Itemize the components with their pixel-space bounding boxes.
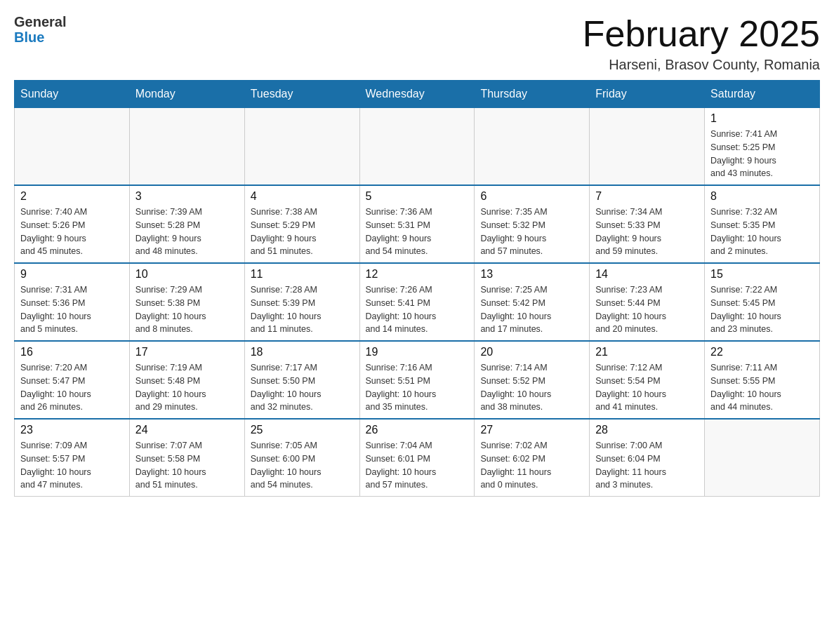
calendar-cell: 7Sunrise: 7:34 AM Sunset: 5:33 PM Daylig…: [590, 185, 705, 263]
calendar-cell: [705, 419, 820, 497]
header-monday: Monday: [129, 81, 244, 108]
day-number: 9: [20, 268, 124, 281]
day-info: Sunrise: 7:22 AM Sunset: 5:45 PM Dayligh…: [710, 283, 814, 336]
day-number: 28: [595, 424, 699, 436]
calendar-cell: 25Sunrise: 7:05 AM Sunset: 6:00 PM Dayli…: [244, 419, 359, 497]
calendar-cell: 21Sunrise: 7:12 AM Sunset: 5:54 PM Dayli…: [590, 341, 705, 419]
day-number: 17: [135, 346, 239, 358]
header-friday: Friday: [590, 81, 705, 108]
calendar-cell: 2Sunrise: 7:40 AM Sunset: 5:26 PM Daylig…: [15, 185, 130, 263]
day-info: Sunrise: 7:02 AM Sunset: 6:02 PM Dayligh…: [480, 439, 583, 492]
calendar-cell: 22Sunrise: 7:11 AM Sunset: 5:55 PM Dayli…: [705, 341, 820, 419]
day-info: Sunrise: 7:31 AM Sunset: 5:36 PM Dayligh…: [20, 283, 124, 336]
header-thursday: Thursday: [475, 81, 590, 108]
logo: General Blue General Blue: [14, 14, 66, 45]
calendar-cell: 20Sunrise: 7:14 AM Sunset: 5:52 PM Dayli…: [475, 341, 590, 419]
calendar-cell: 16Sunrise: 7:20 AM Sunset: 5:47 PM Dayli…: [15, 341, 130, 419]
calendar-cell: [590, 108, 705, 186]
day-number: 11: [251, 268, 354, 281]
day-number: 20: [480, 346, 583, 358]
day-number: 7: [595, 190, 699, 203]
day-number: 15: [710, 268, 814, 281]
day-info: Sunrise: 7:35 AM Sunset: 5:32 PM Dayligh…: [480, 206, 583, 258]
month-title: February 2025: [583, 14, 820, 54]
calendar-cell: 23Sunrise: 7:09 AM Sunset: 5:57 PM Dayli…: [15, 419, 130, 497]
day-info: Sunrise: 7:04 AM Sunset: 6:01 PM Dayligh…: [366, 439, 469, 492]
day-info: Sunrise: 7:36 AM Sunset: 5:31 PM Dayligh…: [366, 206, 469, 258]
day-number: 25: [251, 424, 354, 436]
calendar-cell: 19Sunrise: 7:16 AM Sunset: 5:51 PM Dayli…: [359, 341, 475, 419]
header-saturday: Saturday: [705, 81, 820, 108]
day-number: 18: [251, 346, 354, 358]
week-row-2: 9Sunrise: 7:31 AM Sunset: 5:36 PM Daylig…: [15, 263, 820, 341]
day-info: Sunrise: 7:07 AM Sunset: 5:58 PM Dayligh…: [135, 439, 239, 492]
day-number: 1: [710, 112, 814, 125]
header-wednesday: Wednesday: [359, 81, 475, 108]
day-info: Sunrise: 7:29 AM Sunset: 5:38 PM Dayligh…: [135, 283, 239, 336]
calendar-cell: [129, 108, 244, 186]
calendar-cell: 9Sunrise: 7:31 AM Sunset: 5:36 PM Daylig…: [15, 263, 130, 341]
calendar-cell: 18Sunrise: 7:17 AM Sunset: 5:50 PM Dayli…: [244, 341, 359, 419]
calendar-cell: 15Sunrise: 7:22 AM Sunset: 5:45 PM Dayli…: [705, 263, 820, 341]
day-info: Sunrise: 7:17 AM Sunset: 5:50 PM Dayligh…: [251, 361, 354, 414]
calendar-cell: 27Sunrise: 7:02 AM Sunset: 6:02 PM Dayli…: [475, 419, 590, 497]
day-number: 19: [366, 346, 469, 358]
day-number: 24: [135, 424, 239, 436]
location-subtitle: Harseni, Brasov County, Romania: [583, 57, 820, 73]
day-info: Sunrise: 7:38 AM Sunset: 5:29 PM Dayligh…: [251, 206, 354, 258]
calendar-cell: [15, 108, 130, 186]
day-number: 2: [20, 190, 124, 203]
day-info: Sunrise: 7:09 AM Sunset: 5:57 PM Dayligh…: [20, 439, 124, 492]
day-number: 21: [595, 346, 699, 358]
calendar-cell: 11Sunrise: 7:28 AM Sunset: 5:39 PM Dayli…: [244, 263, 359, 341]
day-info: Sunrise: 7:39 AM Sunset: 5:28 PM Dayligh…: [135, 206, 239, 258]
calendar-cell: [475, 108, 590, 186]
title-block: February 2025 Harseni, Brasov County, Ro…: [583, 14, 820, 73]
calendar-cell: 8Sunrise: 7:32 AM Sunset: 5:35 PM Daylig…: [705, 185, 820, 263]
day-number: 27: [480, 424, 583, 436]
week-row-1: 2Sunrise: 7:40 AM Sunset: 5:26 PM Daylig…: [15, 185, 820, 263]
day-number: 14: [595, 268, 699, 281]
day-number: 26: [366, 424, 469, 436]
week-row-0: 1Sunrise: 7:41 AM Sunset: 5:25 PM Daylig…: [15, 108, 820, 186]
day-info: Sunrise: 7:05 AM Sunset: 6:00 PM Dayligh…: [251, 439, 354, 492]
calendar-cell: 10Sunrise: 7:29 AM Sunset: 5:38 PM Dayli…: [129, 263, 244, 341]
day-number: 3: [135, 190, 239, 203]
page-header: General Blue General Blue February 2025 …: [14, 14, 820, 73]
calendar-cell: 6Sunrise: 7:35 AM Sunset: 5:32 PM Daylig…: [475, 185, 590, 263]
day-info: Sunrise: 7:12 AM Sunset: 5:54 PM Dayligh…: [595, 361, 699, 414]
day-number: 13: [480, 268, 583, 281]
header-tuesday: Tuesday: [244, 81, 359, 108]
day-number: 8: [710, 190, 814, 203]
day-info: Sunrise: 7:25 AM Sunset: 5:42 PM Dayligh…: [480, 283, 583, 336]
day-info: Sunrise: 7:40 AM Sunset: 5:26 PM Dayligh…: [20, 206, 124, 258]
calendar-cell: [359, 108, 475, 186]
calendar-cell: [244, 108, 359, 186]
day-info: Sunrise: 7:19 AM Sunset: 5:48 PM Dayligh…: [135, 361, 239, 414]
calendar-cell: 4Sunrise: 7:38 AM Sunset: 5:29 PM Daylig…: [244, 185, 359, 263]
day-number: 6: [480, 190, 583, 203]
week-row-4: 23Sunrise: 7:09 AM Sunset: 5:57 PM Dayli…: [15, 419, 820, 497]
day-number: 12: [366, 268, 469, 281]
day-info: Sunrise: 7:20 AM Sunset: 5:47 PM Dayligh…: [20, 361, 124, 414]
calendar-table: SundayMondayTuesdayWednesdayThursdayFrid…: [14, 80, 820, 497]
day-number: 10: [135, 268, 239, 281]
day-info: Sunrise: 7:14 AM Sunset: 5:52 PM Dayligh…: [480, 361, 583, 414]
calendar-header-row: SundayMondayTuesdayWednesdayThursdayFrid…: [15, 81, 820, 108]
calendar-cell: 13Sunrise: 7:25 AM Sunset: 5:42 PM Dayli…: [475, 263, 590, 341]
calendar-cell: 17Sunrise: 7:19 AM Sunset: 5:48 PM Dayli…: [129, 341, 244, 419]
day-number: 22: [710, 346, 814, 358]
calendar-cell: 3Sunrise: 7:39 AM Sunset: 5:28 PM Daylig…: [129, 185, 244, 263]
day-info: Sunrise: 7:16 AM Sunset: 5:51 PM Dayligh…: [366, 361, 469, 414]
logo-general: General: [14, 14, 66, 29]
calendar-cell: 28Sunrise: 7:00 AM Sunset: 6:04 PM Dayli…: [590, 419, 705, 497]
calendar-cell: 14Sunrise: 7:23 AM Sunset: 5:44 PM Dayli…: [590, 263, 705, 341]
day-info: Sunrise: 7:11 AM Sunset: 5:55 PM Dayligh…: [710, 361, 814, 414]
day-number: 23: [20, 424, 124, 436]
day-info: Sunrise: 7:32 AM Sunset: 5:35 PM Dayligh…: [710, 206, 814, 258]
day-info: Sunrise: 7:28 AM Sunset: 5:39 PM Dayligh…: [251, 283, 354, 336]
calendar-cell: 5Sunrise: 7:36 AM Sunset: 5:31 PM Daylig…: [359, 185, 475, 263]
day-number: 16: [20, 346, 124, 358]
day-info: Sunrise: 7:00 AM Sunset: 6:04 PM Dayligh…: [595, 439, 699, 492]
week-row-3: 16Sunrise: 7:20 AM Sunset: 5:47 PM Dayli…: [15, 341, 820, 419]
